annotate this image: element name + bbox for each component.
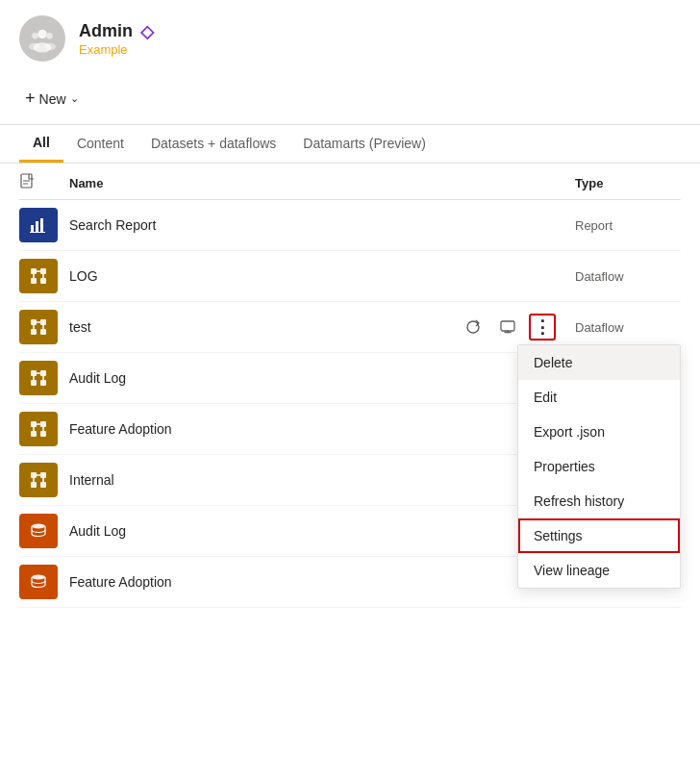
item-name: LOG (69, 268, 563, 284)
svg-rect-23 (40, 329, 46, 335)
item-type: Dataflow (575, 320, 681, 335)
menu-item-refresh-history[interactable]: Refresh history (518, 484, 680, 518)
dataflow-icon (19, 361, 58, 395)
table-row: LOG Dataflow (19, 251, 681, 302)
workspace-subtitle: Example (79, 42, 154, 57)
file-icon (19, 173, 37, 190)
svg-point-2 (32, 33, 38, 39)
context-menu: Delete Edit Export .json Properties Refr… (517, 344, 681, 589)
dataflow-icon (19, 463, 58, 497)
svg-rect-11 (40, 218, 43, 232)
dataflow-grid-icon (29, 419, 48, 439)
header-info: Admin ◇ Example (79, 21, 154, 57)
svg-rect-30 (31, 370, 37, 376)
header-name: Admin ◇ (79, 21, 154, 42)
dataflow-icon (19, 259, 58, 293)
item-type: Dataflow (575, 269, 681, 284)
item-name: Search Report (69, 217, 563, 233)
table-row: Search Report Report (19, 200, 681, 251)
tabs-bar: All Content Datasets + dataflows Datamar… (0, 125, 700, 164)
svg-point-52 (32, 575, 45, 580)
item-name: Internal (69, 472, 563, 488)
monitor-icon (499, 318, 516, 336)
table-row-test: test ⋮ Dataflow Delete Edit Expo (19, 302, 681, 353)
svg-rect-9 (31, 225, 34, 232)
svg-rect-38 (40, 421, 46, 427)
more-options-button[interactable]: ⋮ (529, 314, 556, 341)
svg-rect-15 (31, 278, 37, 284)
datamart-icon (19, 514, 58, 548)
svg-rect-46 (31, 482, 37, 488)
bar-chart-icon (29, 215, 48, 235)
svg-rect-31 (40, 370, 46, 376)
refresh-icon[interactable] (460, 314, 487, 341)
toolbar: + New ⌄ (0, 77, 700, 125)
svg-rect-44 (31, 472, 37, 478)
svg-rect-14 (40, 268, 46, 274)
report-icon (19, 208, 58, 242)
svg-rect-10 (36, 221, 38, 232)
svg-rect-22 (31, 329, 37, 335)
premium-diamond-icon: ◇ (140, 21, 154, 42)
menu-item-edit[interactable]: Edit (518, 380, 680, 415)
database-icon (29, 521, 48, 541)
svg-point-3 (46, 33, 53, 39)
tab-content[interactable]: Content (63, 126, 138, 163)
dataflow-icon (19, 412, 58, 446)
table-container: Name Type Search Report Report (0, 164, 700, 608)
svg-point-51 (32, 524, 45, 529)
menu-item-view-lineage[interactable]: View lineage (518, 553, 680, 588)
svg-rect-27 (501, 321, 514, 331)
svg-rect-45 (40, 472, 46, 478)
item-name: Audit Log (69, 370, 563, 386)
compute-icon[interactable] (494, 314, 521, 341)
item-name: Feature Adoption (69, 574, 563, 590)
row-actions: ⋮ (460, 314, 556, 341)
tab-all[interactable]: All (19, 125, 63, 163)
menu-item-export-json[interactable]: Export .json (518, 415, 680, 449)
item-name: test (69, 319, 448, 335)
item-name: Audit Log (69, 523, 563, 539)
table-header: Name Type (19, 164, 681, 200)
svg-rect-20 (31, 319, 37, 325)
svg-rect-13 (31, 268, 37, 274)
plus-icon: + (25, 88, 36, 109)
svg-point-4 (29, 43, 39, 51)
item-name: Feature Adoption (69, 421, 563, 437)
header: Admin ◇ Example (0, 0, 700, 77)
dataflow-grid-icon (29, 368, 48, 388)
svg-rect-47 (40, 482, 46, 488)
svg-rect-37 (31, 421, 37, 427)
people-icon (28, 24, 57, 53)
chevron-down-icon: ⌄ (70, 92, 79, 105)
th-name: Name (69, 176, 563, 190)
new-button[interactable]: + New ⌄ (19, 85, 85, 113)
database-icon (29, 572, 48, 592)
dataflow-grid-icon (29, 470, 48, 490)
menu-item-delete[interactable]: Delete (518, 345, 680, 380)
datamart-icon (19, 565, 58, 599)
new-label: New (39, 91, 66, 107)
dataflow-icon (19, 310, 58, 344)
tab-datasets[interactable]: Datasets + dataflows (138, 126, 289, 163)
menu-item-settings[interactable]: Settings (518, 518, 680, 553)
svg-rect-33 (40, 380, 46, 386)
svg-rect-21 (40, 319, 46, 325)
tab-datamarts[interactable]: Datamarts (Preview) (289, 126, 439, 163)
svg-rect-40 (40, 431, 46, 437)
menu-item-properties[interactable]: Properties (518, 449, 680, 484)
avatar (19, 15, 65, 62)
refresh-circle-icon (464, 318, 482, 336)
svg-rect-39 (31, 431, 37, 437)
dataflow-grid-icon (29, 317, 48, 337)
dataflow-grid-icon (29, 266, 48, 286)
th-type: Type (575, 176, 681, 190)
svg-point-0 (38, 30, 46, 38)
admin-title: Admin (79, 21, 133, 41)
th-icon-col (19, 173, 58, 193)
svg-point-5 (45, 43, 56, 51)
svg-rect-32 (31, 380, 37, 386)
svg-rect-16 (40, 278, 46, 284)
item-type: Report (575, 218, 681, 233)
